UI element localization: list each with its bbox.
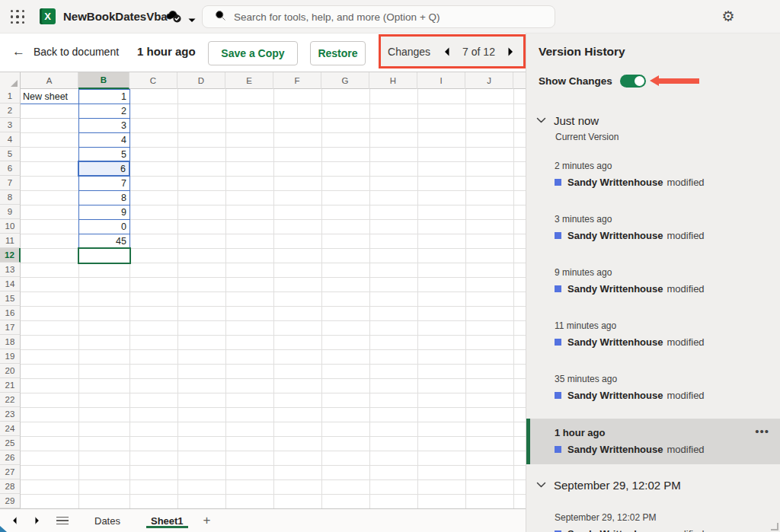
title-dropdown-chevron-icon[interactable] [187, 13, 197, 27]
row-header-3[interactable]: 3 [0, 118, 21, 132]
row-header-16[interactable]: 16 [0, 306, 21, 320]
author-color-square-icon [555, 179, 561, 186]
version-entry[interactable]: 3 minutes agoSandy Writtenhousemodified [526, 205, 780, 250]
all-sheets-menu-icon[interactable] [56, 517, 69, 525]
row-header-15[interactable]: 15 [0, 291, 21, 306]
row-header-2[interactable]: 2 [0, 104, 21, 118]
changed-cell-b7[interactable]: 7 [78, 176, 130, 191]
row-header-6[interactable]: 6 [0, 161, 21, 176]
changed-cell-b8[interactable]: 8 [78, 190, 130, 205]
current-version-label[interactable]: Current Version [555, 132, 780, 142]
saved-to-cloud-icon[interactable] [166, 9, 183, 27]
author-color-square-icon [555, 285, 561, 292]
grid-line [465, 89, 466, 508]
show-changes-toggle[interactable] [620, 75, 646, 88]
row-header-24[interactable]: 24 [0, 422, 21, 436]
column-header-g[interactable]: G [321, 72, 369, 89]
chevron-down-icon [536, 478, 546, 492]
row-header-4[interactable]: 4 [0, 132, 21, 147]
select-all-button[interactable] [0, 72, 21, 89]
changed-cell-b3[interactable]: 3 [78, 118, 130, 133]
column-header-b[interactable]: B [78, 72, 129, 89]
save-a-copy-button[interactable]: Save a Copy [208, 41, 298, 65]
row-header-20[interactable]: 20 [0, 364, 21, 378]
row-header-26[interactable]: 26 [0, 451, 21, 465]
previous-change-chevron-icon[interactable] [441, 46, 452, 57]
author-name: Sandy Writtenhouse [567, 230, 663, 241]
version-group-header[interactable]: Just now [536, 113, 780, 127]
app-launcher-icon[interactable] [11, 10, 25, 24]
grid-line [21, 465, 526, 466]
column-header-a[interactable]: A [21, 72, 78, 89]
row-header-28[interactable]: 28 [0, 479, 21, 494]
changed-cell-b4[interactable]: 4 [78, 132, 130, 148]
next-change-chevron-icon[interactable] [506, 46, 516, 57]
version-toolbar: ← Back to document 1 hour ago Save a Cop… [0, 33, 526, 72]
row-header-12[interactable]: 12 [0, 248, 21, 263]
grid-line [177, 89, 178, 508]
column-header-i[interactable]: I [417, 72, 465, 89]
column-header-d[interactable]: D [177, 72, 225, 89]
row-header-25[interactable]: 25 [0, 436, 21, 451]
row-header-10[interactable]: 10 [0, 219, 21, 234]
grid-line [21, 479, 526, 480]
version-entry[interactable]: 2 minutes agoSandy Writtenhousemodified [526, 152, 780, 197]
spreadsheet-grid[interactable]: ABCDEFGHIJ 12345678910111213141516171819… [0, 72, 526, 508]
changed-cell-b9[interactable]: 9 [78, 205, 130, 220]
row-header-23[interactable]: 23 [0, 407, 21, 422]
settings-gear-icon[interactable]: ⚙ [719, 7, 737, 25]
add-sheet-button[interactable]: + [203, 513, 211, 528]
back-to-document-button[interactable]: ← Back to document [12, 44, 119, 59]
row-header-5[interactable]: 5 [0, 147, 21, 161]
author-color-square-icon [555, 339, 561, 346]
row-header-21[interactable]: 21 [0, 378, 21, 393]
changed-cell-b5[interactable]: 5 [78, 147, 130, 162]
search-input[interactable]: Search for tools, help, and more (Option… [202, 5, 555, 28]
row-header-29[interactable]: 29 [0, 494, 21, 508]
grid-line [21, 306, 526, 307]
excel-logo-icon: X [40, 8, 56, 24]
row-header-13[interactable]: 13 [0, 263, 21, 277]
panel-resize-gripper[interactable] [771, 523, 778, 530]
version-entry[interactable]: 35 minutes agoSandy Writtenhousemodified [526, 365, 780, 410]
version-entry[interactable]: September 29, 12:02 PMSandy Writtenhouse… [526, 504, 780, 532]
version-entry-selected[interactable]: 1 hour ago•••Sandy Writtenhousemodified [526, 419, 780, 464]
column-header-f[interactable]: F [273, 72, 321, 89]
row-header-22[interactable]: 22 [0, 393, 21, 407]
sheet-tab-dates[interactable]: Dates [90, 509, 125, 532]
row-header-1[interactable]: 1 [0, 89, 21, 104]
column-header-c[interactable]: C [129, 72, 177, 89]
row-header-9[interactable]: 9 [0, 205, 21, 219]
selected-cell-b12[interactable] [78, 247, 131, 264]
entry-more-options-icon[interactable]: ••• [755, 425, 769, 438]
row-header-8[interactable]: 8 [0, 190, 21, 205]
row-header-14[interactable]: 14 [0, 277, 21, 291]
changed-cell-b2[interactable]: 2 [78, 104, 130, 119]
action-label: modified [667, 283, 704, 295]
changed-cell-b1[interactable]: 1 [78, 89, 130, 104]
column-header-h[interactable]: H [369, 72, 417, 89]
row-header-11[interactable]: 11 [0, 234, 21, 248]
column-header-e[interactable]: E [225, 72, 273, 89]
restore-button[interactable]: Restore [310, 41, 366, 65]
changed-cell-b6-highlighted[interactable]: 6 [78, 161, 130, 177]
sheet-scroll-left-icon[interactable] [9, 515, 20, 526]
sheet-tab-sheet1[interactable]: Sheet1 [146, 509, 188, 532]
version-group-header[interactable]: September 29, 12:02 PM [536, 478, 780, 492]
change-position-counter: 7 of 12 [462, 46, 495, 58]
version-entry[interactable]: 9 minutes agoSandy Writtenhousemodified [526, 259, 780, 304]
version-entry[interactable]: 11 minutes agoSandy Writtenhousemodified [526, 312, 780, 357]
changed-cell-b10[interactable]: 0 [78, 219, 130, 234]
row-header-17[interactable]: 17 [0, 320, 21, 335]
sheet-scroll-right-icon[interactable] [32, 515, 43, 526]
column-header-j[interactable]: J [465, 72, 513, 89]
row-header-27[interactable]: 27 [0, 465, 21, 479]
cell-a1[interactable]: New sheet [21, 89, 78, 104]
grid-line [21, 320, 526, 321]
row-header-7[interactable]: 7 [0, 176, 21, 190]
row-header-19[interactable]: 19 [0, 349, 21, 364]
show-changes-label: Show Changes [539, 75, 612, 87]
changed-cell-b11[interactable]: 45 [78, 234, 130, 249]
author-name: Sandy Writtenhouse [567, 528, 663, 532]
row-header-18[interactable]: 18 [0, 335, 21, 349]
